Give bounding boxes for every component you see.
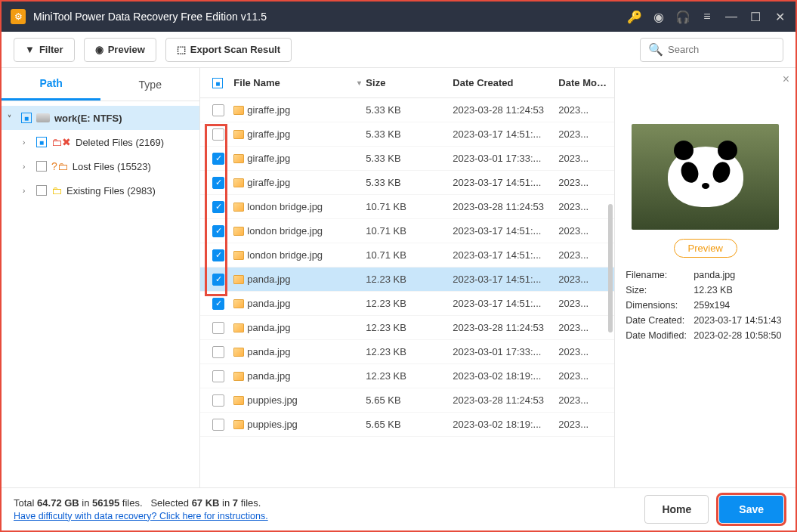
folder-icon: ?🗀 bbox=[51, 160, 68, 172]
chevron-right-icon[interactable]: › bbox=[23, 187, 33, 195]
file-name: panda.jpg bbox=[247, 322, 290, 333]
col-modified[interactable]: Date Modif bbox=[554, 77, 607, 88]
tab-type[interactable]: Type bbox=[100, 68, 199, 101]
help-link[interactable]: Have difficulty with data recovery? Clic… bbox=[14, 511, 268, 521]
file-row[interactable]: ✓giraffe.jpg5.33 KB2023-03-01 17:33:...2… bbox=[200, 147, 614, 171]
file-row[interactable]: panda.jpg12.23 KB2023-03-01 17:33:...202… bbox=[200, 340, 614, 364]
maximize-icon[interactable]: ☐ bbox=[749, 10, 762, 23]
file-created: 2023-03-28 11:24:53 bbox=[448, 104, 554, 116]
file-size: 5.33 KB bbox=[361, 177, 448, 188]
checkbox[interactable]: ■ bbox=[36, 137, 47, 147]
file-created: 2023-03-17 14:51:... bbox=[448, 128, 554, 140]
col-size[interactable]: Size bbox=[361, 77, 448, 88]
file-created: 2023-03-02 18:19:... bbox=[448, 370, 554, 382]
close-icon[interactable]: ✕ bbox=[773, 10, 786, 23]
image-icon bbox=[233, 227, 244, 236]
image-icon bbox=[233, 130, 244, 139]
search-input[interactable] bbox=[668, 44, 775, 55]
export-button[interactable]: ⬚Export Scan Result bbox=[165, 38, 292, 62]
tree-label: work(E: NTFS) bbox=[54, 113, 122, 124]
file-size: 12.23 KB bbox=[361, 274, 448, 285]
save-button[interactable]: Save bbox=[719, 496, 783, 523]
checkbox[interactable] bbox=[212, 419, 224, 431]
image-icon bbox=[233, 203, 244, 212]
app-title: MiniTool Power Data Recovery Free Editio… bbox=[33, 11, 628, 23]
tree-item-deleted[interactable]: › ■ 🗀✖ Deleted Files (2169) bbox=[2, 130, 199, 154]
checkbox[interactable]: ✓ bbox=[212, 153, 224, 165]
checkbox[interactable] bbox=[212, 346, 224, 358]
checkbox[interactable] bbox=[36, 185, 47, 196]
checkbox[interactable] bbox=[212, 370, 224, 382]
preview-panel: × Preview Filename:panda.jpg Size:12.23 … bbox=[615, 68, 795, 487]
file-row[interactable]: ✓london bridge.jpg10.71 KB2023-03-28 11:… bbox=[200, 195, 614, 219]
file-row[interactable]: giraffe.jpg5.33 KB2023-03-28 11:24:53202… bbox=[200, 98, 614, 122]
checkbox[interactable] bbox=[212, 128, 224, 141]
menu-icon[interactable]: ≡ bbox=[700, 10, 714, 23]
checkbox[interactable]: ✓ bbox=[212, 201, 224, 213]
toolbar: ▼Filter ◉Preview ⬚Export Scan Result 🔍 bbox=[2, 32, 795, 68]
file-row[interactable]: ✓giraffe.jpg5.33 KB2023-03-17 14:51:...2… bbox=[200, 171, 614, 195]
checkbox[interactable] bbox=[212, 322, 224, 334]
search-box[interactable]: 🔍 bbox=[640, 38, 783, 62]
filter-icon: ▼ bbox=[25, 44, 35, 55]
file-modified: 2023... bbox=[554, 394, 607, 406]
file-modified: 2023... bbox=[554, 370, 607, 382]
file-name: panda.jpg bbox=[247, 298, 290, 309]
file-created: 2023-03-17 14:51:... bbox=[448, 274, 554, 285]
file-row[interactable]: giraffe.jpg5.33 KB2023-03-17 14:51:...20… bbox=[200, 122, 614, 147]
file-modified: 2023... bbox=[554, 274, 607, 285]
file-row[interactable]: ✓london bridge.jpg10.71 KB2023-03-17 14:… bbox=[200, 219, 614, 243]
file-size: 5.65 KB bbox=[361, 394, 448, 406]
title-bar: ⚙ MiniTool Power Data Recovery Free Edit… bbox=[2, 2, 795, 32]
col-name[interactable]: File Name▾ bbox=[229, 77, 361, 88]
preview-open-button[interactable]: Preview bbox=[674, 239, 737, 258]
checkbox[interactable] bbox=[212, 394, 224, 407]
file-row[interactable]: puppies.jpg5.65 KB2023-03-02 18:19:...20… bbox=[200, 413, 614, 437]
preview-button[interactable]: ◉Preview bbox=[84, 38, 156, 62]
file-size: 10.71 KB bbox=[361, 249, 448, 261]
preview-image bbox=[632, 124, 779, 230]
file-row[interactable]: ✓panda.jpg12.23 KB2023-03-17 14:51:...20… bbox=[200, 292, 614, 316]
file-row[interactable]: ✓panda.jpg12.23 KB2023-03-17 14:51:...20… bbox=[200, 268, 614, 292]
scrollbar[interactable] bbox=[608, 204, 613, 332]
image-icon bbox=[233, 251, 244, 260]
checkbox[interactable]: ✓ bbox=[212, 274, 224, 286]
meta-label: Dimensions: bbox=[626, 300, 694, 311]
tree-item-lost[interactable]: › ?🗀 Lost Files (15523) bbox=[2, 154, 199, 178]
disc-icon[interactable]: ◉ bbox=[652, 10, 666, 23]
checkbox[interactable]: ✓ bbox=[212, 225, 224, 237]
minimize-icon[interactable]: — bbox=[724, 10, 738, 23]
file-created: 2023-03-02 18:19:... bbox=[448, 419, 554, 430]
tree-root[interactable]: ˅ ■ work(E: NTFS) bbox=[2, 106, 199, 130]
tree-label: Existing Files (2983) bbox=[66, 185, 156, 196]
file-row[interactable]: ✓london bridge.jpg10.71 KB2023-03-17 14:… bbox=[200, 243, 614, 268]
chevron-right-icon[interactable]: › bbox=[23, 162, 33, 171]
tab-path[interactable]: Path bbox=[2, 68, 100, 101]
checkbox[interactable] bbox=[212, 104, 224, 116]
close-preview-icon[interactable]: × bbox=[783, 73, 789, 86]
checkbox-all[interactable]: ■ bbox=[212, 78, 223, 88]
file-name: panda.jpg bbox=[247, 346, 290, 357]
chevron-right-icon[interactable]: › bbox=[23, 138, 33, 147]
meta-val: panda.jpg bbox=[694, 270, 785, 280]
file-row[interactable]: puppies.jpg5.65 KB2023-03-28 11:24:53202… bbox=[200, 388, 614, 413]
checkbox[interactable]: ✓ bbox=[212, 249, 224, 261]
tree-item-existing[interactable]: › 🗀 Existing Files (2983) bbox=[2, 178, 199, 203]
file-size: 5.33 KB bbox=[361, 153, 448, 164]
chevron-down-icon[interactable]: ˅ bbox=[8, 114, 18, 122]
checkbox[interactable]: ✓ bbox=[212, 298, 224, 310]
col-created[interactable]: Date Created bbox=[448, 77, 554, 88]
home-button[interactable]: Home bbox=[644, 495, 709, 524]
file-modified: 2023... bbox=[554, 104, 607, 116]
checkbox[interactable]: ✓ bbox=[212, 177, 224, 189]
file-name: puppies.jpg bbox=[247, 394, 298, 406]
file-row[interactable]: panda.jpg12.23 KB2023-03-02 18:19:...202… bbox=[200, 364, 614, 388]
file-row[interactable]: panda.jpg12.23 KB2023-03-28 11:24:532023… bbox=[200, 316, 614, 340]
headset-icon[interactable]: 🎧 bbox=[676, 10, 690, 23]
checkbox[interactable]: ■ bbox=[21, 113, 32, 123]
filter-button[interactable]: ▼Filter bbox=[14, 38, 75, 62]
key-icon[interactable]: 🔑 bbox=[628, 10, 641, 23]
file-name: giraffe.jpg bbox=[247, 153, 290, 164]
image-icon bbox=[233, 323, 244, 332]
checkbox[interactable] bbox=[36, 161, 47, 172]
